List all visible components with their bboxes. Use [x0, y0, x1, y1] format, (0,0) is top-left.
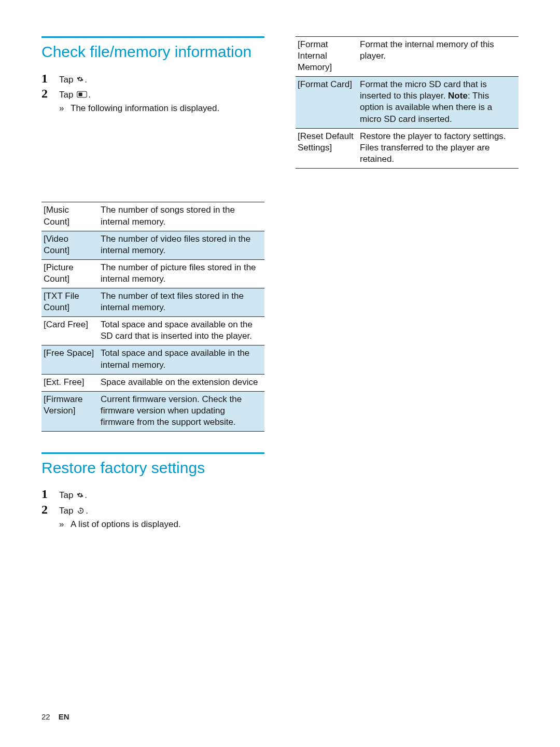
step-text: Tap [59, 506, 76, 516]
restore-icon [77, 506, 85, 518]
options-table: [Format Internal Memory]Format the inter… [296, 36, 519, 169]
row-label: [Video Count] [41, 231, 99, 259]
info-table-body: [Music Count]The number of songs stored … [41, 202, 264, 432]
row-label: [Music Count] [41, 202, 99, 231]
row-description: The number of songs stored in the intern… [99, 202, 264, 231]
step-item: 1 Tap . [41, 72, 264, 86]
table-row: [Free Space]Total space and space availa… [41, 345, 264, 374]
result-text: The following information is displayed. [71, 103, 219, 114]
row-description: Format the micro SD card that is inserte… [358, 77, 519, 128]
row-description: Total space and space available on the S… [99, 317, 264, 345]
step-body: Tap . [59, 89, 91, 101]
row-description: Total space and space available in the i… [99, 345, 264, 374]
step-body: Tap . [59, 505, 88, 517]
step-number: 2 [41, 87, 59, 101]
section-heading-restore: Restore factory settings [41, 459, 264, 477]
left-column: Check file/memory information 1 Tap . 2 … [41, 36, 264, 530]
step-text: Tap [59, 490, 76, 500]
step-text-after: . [88, 90, 91, 100]
svg-rect-1 [79, 92, 82, 96]
table-row: [Format Internal Memory]Format the inter… [296, 37, 519, 77]
table-row: [Ext. Free]Space available on the extens… [41, 374, 264, 391]
step-result: » The following information is displayed… [59, 103, 264, 114]
table-row: [Video Count]The number of video files s… [41, 231, 264, 259]
table-row: [Music Count]The number of songs stored … [41, 202, 264, 231]
step-number: 1 [41, 487, 59, 501]
gear-icon [77, 490, 83, 502]
row-label: [Format Card] [296, 77, 358, 128]
step-item: 1 Tap . [41, 487, 264, 502]
row-description: Restore the player to factory settings. … [358, 128, 519, 168]
table-row: [Reset Default Settings]Restore the play… [296, 128, 519, 168]
steps-list: 1 Tap . 2 Tap . » A li [41, 487, 264, 530]
right-column: [Format Internal Memory]Format the inter… [296, 36, 519, 530]
table-row: [Picture Count]The number of picture fil… [41, 259, 264, 288]
step-item: 2 Tap . [41, 503, 264, 517]
row-label: [Format Internal Memory] [296, 37, 358, 77]
steps-list: 1 Tap . 2 Tap . » The [41, 72, 264, 114]
page-language: EN [59, 712, 69, 721]
section-rule [41, 452, 264, 454]
step-number: 1 [41, 72, 59, 86]
page-footer: 22 EN [41, 712, 69, 721]
page-content: Check file/memory information 1 Tap . 2 … [0, 0, 560, 550]
spacer [41, 114, 264, 202]
row-description: Current firmware version. Check the firm… [99, 391, 264, 431]
table-row: [TXT File Count]The number of text files… [41, 288, 264, 317]
step-body: Tap . [59, 490, 87, 502]
page-number: 22 [41, 712, 50, 721]
step-text: Tap [59, 90, 76, 100]
table-row: [Format Card]Format the micro SD card th… [296, 77, 519, 128]
row-description: Space available on the extension device [99, 374, 264, 391]
info-table: [Music Count]The number of songs stored … [41, 202, 264, 432]
table-row: [Card Free]Total space and space availab… [41, 317, 264, 345]
step-text: Tap [59, 75, 76, 85]
table-row: [Firmware Version]Current firmware versi… [41, 391, 264, 431]
step-body: Tap . [59, 74, 87, 86]
step-result: » A list of options is displayed. [59, 519, 264, 530]
section-rule [41, 36, 264, 38]
step-item: 2 Tap . [41, 87, 264, 101]
result-arrow-icon: » [59, 103, 71, 114]
svg-point-2 [80, 510, 81, 511]
row-label: [Ext. Free] [41, 374, 99, 391]
result-text: A list of options is displayed. [71, 519, 181, 530]
spacer [41, 432, 264, 452]
sd-card-icon [77, 90, 87, 102]
row-label: [Firmware Version] [41, 391, 99, 431]
row-description: The number of text files stored in the i… [99, 288, 264, 317]
step-number: 2 [41, 503, 59, 517]
row-label: [TXT File Count] [41, 288, 99, 317]
section-heading-check-info: Check file/memory information [41, 43, 264, 61]
options-table-body: [Format Internal Memory]Format the inter… [296, 37, 519, 169]
step-text-after: . [85, 75, 87, 85]
gear-icon [77, 74, 83, 86]
step-text-after: . [86, 506, 88, 516]
row-label: [Card Free] [41, 317, 99, 345]
row-description: The number of video files stored in the … [99, 231, 264, 259]
row-description: The number of picture files stored in th… [99, 259, 264, 288]
row-label: [Picture Count] [41, 259, 99, 288]
result-arrow-icon: » [59, 519, 71, 530]
row-description: Format the internal memory of this playe… [358, 37, 519, 77]
step-text-after: . [85, 490, 87, 500]
row-label: [Reset Default Settings] [296, 128, 358, 168]
row-label: [Free Space] [41, 345, 99, 374]
